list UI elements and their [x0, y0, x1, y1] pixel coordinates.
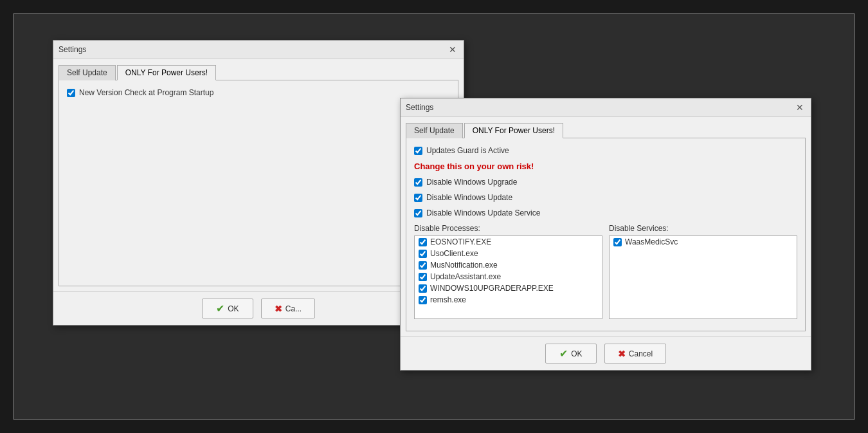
disable-update-service-label: Disable Windows Update Service: [426, 208, 540, 217]
tab-power-users-1[interactable]: ONLY For Power Users!: [117, 65, 216, 80]
window-2-close-button[interactable]: ✕: [794, 102, 806, 113]
window-1-close-button[interactable]: ✕: [447, 44, 458, 55]
new-version-check-label: New Version Check at Program Startup: [79, 88, 213, 97]
service-waasmedicsvc-label: WaasMedicSvc: [625, 237, 678, 246]
window-2: Settings ✕ Self Update ONLY For Power Us…: [400, 98, 811, 371]
ok-check-icon: ✔: [216, 302, 224, 315]
list-item: MusNotification.exe: [415, 259, 602, 271]
window-1-title: Settings: [59, 45, 86, 54]
services-column: Disable Services: WaasMedicSvc: [609, 224, 797, 319]
disable-update-label: Disable Windows Update: [426, 193, 512, 202]
window-1-titlebar: Settings ✕: [53, 41, 464, 59]
window-2-buttons: ✔ OK ✖ Cancel: [401, 336, 811, 370]
window-2-tab-content: Updates Guard is Active Change this on y…: [406, 138, 806, 331]
disable-update-row: Disable Windows Update: [414, 193, 797, 202]
process-win10upgrader-checkbox[interactable]: [419, 284, 427, 293]
disable-update-checkbox[interactable]: [414, 194, 422, 202]
disable-upgrade-row: Disable Windows Upgrade: [414, 178, 797, 187]
processes-listbox[interactable]: EOSNOTIFY.EXE UsoClient.exe MusNotificat…: [414, 235, 602, 319]
services-listbox[interactable]: WaasMedicSvc: [609, 235, 797, 319]
process-eosnotify-label: EOSNOTIFY.EXE: [430, 237, 491, 246]
process-remsh-label: remsh.exe: [430, 295, 466, 304]
tab-self-update-1[interactable]: Self Update: [59, 65, 116, 80]
window-1-cancel-label: Ca...: [285, 304, 302, 313]
updates-guard-label: Updates Guard is Active: [426, 146, 509, 155]
window-1-ok-label: OK: [228, 304, 239, 313]
window-1-ok-button[interactable]: ✔ OK: [202, 299, 253, 318]
window-2-cancel-label: Cancel: [629, 349, 653, 358]
list-item: remsh.exe: [415, 294, 602, 306]
processes-label: Disable Processes:: [414, 224, 602, 233]
process-musnotification-label: MusNotification.exe: [430, 261, 498, 270]
process-remsh-checkbox[interactable]: [419, 296, 427, 304]
cancel-x-icon-2: ✖: [618, 349, 626, 359]
new-version-check-checkbox[interactable]: [67, 89, 75, 97]
new-version-check-row: New Version Check at Program Startup: [67, 88, 450, 97]
window-2-tabs: Self Update ONLY For Power Users!: [406, 122, 806, 138]
tab-power-users-2[interactable]: ONLY For Power Users!: [464, 123, 563, 138]
list-item: UpdateAssistant.exe: [415, 271, 602, 282]
list-item: WaasMedicSvc: [610, 236, 797, 248]
list-item: WINDOWS10UPGRADERAPP.EXE: [415, 282, 602, 294]
tab-self-update-2[interactable]: Self Update: [406, 123, 463, 138]
list-section: Disable Processes: EOSNOTIFY.EXE UsoClie…: [414, 224, 797, 319]
process-musnotification-checkbox[interactable]: [419, 261, 427, 270]
process-eosnotify-checkbox[interactable]: [419, 238, 427, 246]
cancel-x-icon: ✖: [275, 304, 282, 314]
window-1-tabs: Self Update ONLY For Power Users!: [59, 64, 458, 80]
disable-upgrade-label: Disable Windows Upgrade: [426, 178, 517, 187]
disable-update-service-row: Disable Windows Update Service: [414, 208, 797, 217]
updates-guard-row: Updates Guard is Active: [414, 146, 797, 155]
process-updateassistant-checkbox[interactable]: [419, 273, 427, 281]
window-2-titlebar: Settings ✕: [401, 98, 811, 117]
processes-column: Disable Processes: EOSNOTIFY.EXE UsoClie…: [414, 224, 602, 319]
list-item: UsoClient.exe: [415, 248, 602, 259]
service-waasmedicsvc-checkbox[interactable]: [613, 238, 622, 246]
window-2-ok-button[interactable]: ✔ OK: [545, 344, 597, 364]
warning-text: Change this on your own risk!: [414, 161, 797, 171]
disable-upgrade-checkbox[interactable]: [414, 178, 422, 187]
process-win10upgrader-label: WINDOWS10UPGRADERAPP.EXE: [430, 284, 554, 293]
window-1-cancel-button[interactable]: ✖ Ca...: [261, 299, 315, 318]
process-usoclient-label: UsoClient.exe: [430, 249, 478, 258]
process-updateassistant-label: UpdateAssistant.exe: [430, 272, 501, 281]
window-2-content: Self Update ONLY For Power Users! Update…: [401, 117, 811, 336]
services-label: Disable Services:: [609, 224, 797, 233]
window-2-ok-label: OK: [571, 349, 582, 358]
desktop: Settings ✕ Self Update ONLY For Power Us…: [13, 13, 855, 420]
ok-check-icon-2: ✔: [559, 347, 568, 360]
window-2-cancel-button[interactable]: ✖ Cancel: [604, 344, 666, 364]
list-item: EOSNOTIFY.EXE: [415, 236, 602, 248]
process-usoclient-checkbox[interactable]: [419, 250, 427, 258]
window-2-title: Settings: [406, 103, 433, 112]
window-1-tab-content: New Version Check at Program Startup: [59, 80, 458, 286]
updates-guard-checkbox[interactable]: [414, 147, 422, 155]
disable-update-service-checkbox[interactable]: [414, 209, 422, 217]
